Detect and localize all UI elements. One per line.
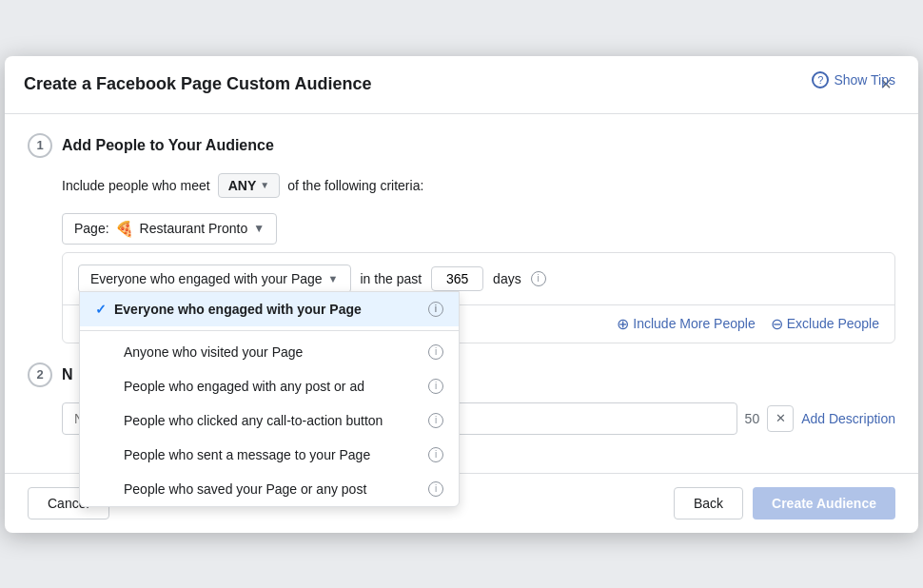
show-tips-label: Show Tips: [834, 72, 895, 88]
criteria-suffix: of the following criteria:: [287, 178, 423, 193]
add-description-button[interactable]: Add Description: [801, 411, 895, 426]
dropdown-label-everyone: Everyone who engaged with your Page: [114, 302, 362, 317]
engagement-row: Everyone who engaged with your Page ▼ ✓ …: [63, 253, 894, 305]
dropdown-item-saved[interactable]: People who saved your Page or any post i: [80, 472, 459, 506]
section-1-header: 1 Add People to Your Audience: [28, 133, 895, 158]
show-tips-button[interactable]: ? Show Tips: [812, 71, 895, 88]
dropdown-label-visited: Anyone who visited your Page: [124, 344, 303, 360]
info-icon-visited[interactable]: i: [428, 344, 443, 360]
info-icon-post-ad[interactable]: i: [428, 379, 443, 394]
exclude-button[interactable]: ⊖ Exclude People: [771, 315, 879, 333]
any-dropdown[interactable]: ANY ▼: [218, 173, 280, 198]
show-tips-icon: ?: [812, 71, 829, 88]
info-icon-message[interactable]: i: [428, 447, 443, 462]
dropdown-item-cta[interactable]: People who clicked any call-to-action bu…: [80, 403, 459, 438]
engagement-arrow-icon: ▼: [328, 273, 339, 284]
engagement-dropdown[interactable]: Everyone who engaged with your Page ▼ ✓ …: [78, 265, 351, 293]
dropdown-label-cta: People who clicked any call-to-action bu…: [124, 413, 383, 428]
dropdown-item-everyone[interactable]: ✓ Everyone who engaged with your Page i: [80, 292, 459, 326]
page-name: Restaurant Pronto: [140, 221, 248, 236]
step-1-circle: 1: [28, 133, 52, 158]
dropdown-label-post-ad: People who engaged with any post or ad: [124, 379, 364, 394]
include-more-label: Include More People: [633, 316, 755, 331]
include-more-button[interactable]: ⊕ Include More People: [617, 315, 755, 333]
engagement-selected-label: Everyone who engaged with your Page: [90, 271, 323, 286]
dropdown-label-message: People who sent a message to your Page: [124, 447, 370, 462]
dropdown-item-post-ad[interactable]: People who engaged with any post or ad i: [80, 369, 459, 403]
include-label: Include people who meet: [62, 178, 210, 193]
in-past-label: in the past: [361, 271, 422, 286]
char-count: 50: [745, 411, 760, 426]
clear-icon: ✕: [776, 411, 786, 425]
engagement-box: Everyone who engaged with your Page ▼ ✓ …: [62, 252, 895, 343]
section-2-title: N: [62, 366, 73, 383]
page-selector-row: Page: 🍕 Restaurant Pronto ▼: [62, 213, 895, 245]
info-icon-everyone[interactable]: i: [428, 302, 443, 317]
dropdown-item-visited[interactable]: Anyone who visited your Page i: [80, 335, 459, 369]
days-label: days: [493, 271, 521, 286]
minus-icon: ⊖: [771, 315, 783, 333]
footer-right: Back Create Audience: [674, 487, 895, 519]
days-info-icon[interactable]: i: [531, 271, 546, 286]
page-dropdown-icon: ▼: [253, 222, 265, 235]
page-selector[interactable]: Page: 🍕 Restaurant Pronto ▼: [62, 213, 277, 245]
info-icon-cta[interactable]: i: [428, 413, 443, 428]
modal-title: Create a Facebook Page Custom Audience: [24, 74, 371, 94]
create-audience-button[interactable]: Create Audience: [753, 487, 895, 519]
any-value: ANY: [228, 178, 257, 193]
plus-icon: ⊕: [617, 315, 629, 333]
exclude-label: Exclude People: [787, 316, 879, 331]
clear-button[interactable]: ✕: [767, 405, 794, 432]
any-arrow-icon: ▼: [260, 180, 269, 190]
page-emoji: 🍕: [115, 220, 134, 238]
criteria-row: Include people who meet ANY ▼ of the fol…: [62, 173, 895, 198]
step-2-circle: 2: [28, 363, 52, 387]
modal-header: Create a Facebook Page Custom Audience ×: [5, 56, 918, 114]
dropdown-divider: [80, 330, 459, 331]
page-label: Page:: [74, 221, 109, 236]
check-icon: ✓: [95, 302, 107, 317]
section-1: 1 Add People to Your Audience Include pe…: [28, 133, 895, 343]
section-1-title: Add People to Your Audience: [62, 137, 274, 154]
modal: Create a Facebook Page Custom Audience ×…: [5, 56, 918, 533]
dropdown-label-saved: People who saved your Page or any post: [124, 481, 366, 497]
dropdown-item-message[interactable]: People who sent a message to your Page i: [80, 438, 459, 472]
back-button[interactable]: Back: [674, 487, 743, 519]
days-input[interactable]: [431, 266, 483, 291]
engagement-dropdown-menu: ✓ Everyone who engaged with your Page i: [79, 291, 460, 507]
info-icon-saved[interactable]: i: [428, 481, 443, 497]
modal-body: 1 Add People to Your Audience Include pe…: [5, 114, 918, 473]
add-description-label: Add Description: [801, 411, 895, 426]
